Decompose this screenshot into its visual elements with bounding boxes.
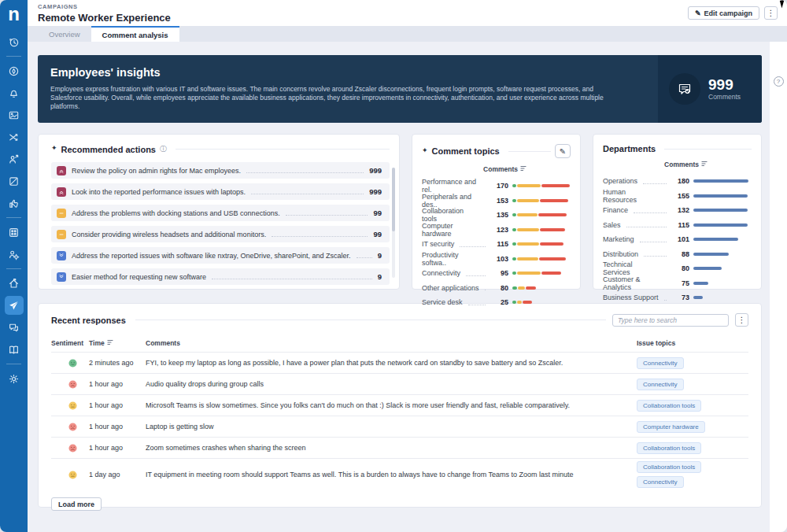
department-row[interactable]: Human Resources 155 — [603, 189, 752, 204]
integrations-icon[interactable] — [5, 127, 24, 146]
topic-bar — [512, 199, 571, 202]
sort-icon[interactable] — [701, 161, 708, 168]
insights-title: Employees' insights — [50, 66, 644, 79]
topic-bar — [512, 213, 571, 216]
response-row[interactable]: 1 hour ago Laptop is getting slow Comput… — [51, 416, 748, 437]
divider — [6, 56, 21, 57]
department-row[interactable]: Operations 180 — [603, 174, 752, 189]
recent-responses-card: Recent responses ⋮ Sentiment Time Commen… — [38, 303, 762, 508]
issue-topic-chip[interactable]: Connectivity — [637, 357, 684, 369]
insights-banner: Employees' insights Employees express fr… — [38, 55, 762, 123]
response-row[interactable]: 1 hour ago Microsoft Teams is slow somet… — [51, 394, 748, 416]
media-card-icon[interactable] — [5, 105, 24, 124]
recommended-action-item[interactable]: Address the problems with docking statio… — [51, 205, 390, 221]
issue-topic-chip[interactable]: Connectivity — [637, 476, 684, 488]
response-row[interactable]: 1 hour ago Audio quality drops during gr… — [51, 373, 748, 394]
user-settings-icon[interactable] — [5, 245, 24, 264]
settings-icon[interactable] — [5, 369, 24, 388]
action-value: 99 — [373, 209, 382, 217]
department-bar — [693, 224, 752, 227]
issue-topic-chip[interactable]: Collaboration tools — [637, 442, 701, 454]
scrollbar[interactable] — [392, 168, 395, 278]
pencil-icon: ✎ — [560, 147, 566, 156]
recommended-action-item[interactable]: Look into the reported performance issue… — [51, 183, 390, 200]
department-label: Sales — [603, 221, 621, 229]
department-row[interactable]: Business Support 73 — [603, 290, 752, 305]
recommended-action-item[interactable]: Easier method for requesting new softwar… — [51, 268, 390, 285]
comment-topics-card: ✦ Comment topics ✎ Comments Performance … — [412, 134, 581, 290]
issue-topic-chip[interactable]: Connectivity — [637, 379, 684, 390]
history-icon[interactable] — [5, 32, 24, 51]
response-row[interactable]: 1 hour ago Zoom sometimes crashes when s… — [51, 437, 748, 458]
department-row[interactable]: Finance 132 — [603, 203, 752, 218]
edit-topics-button[interactable]: ✎ — [555, 144, 571, 158]
response-row[interactable]: 1 day ago IT equipment in meeting room s… — [51, 458, 748, 490]
help-icon[interactable]: ? — [774, 76, 784, 87]
info-icon[interactable]: ⓘ — [160, 144, 167, 154]
topic-bar — [512, 228, 571, 231]
response-row[interactable]: 2 minutes ago FYI, to keep my laptop as … — [51, 352, 748, 373]
checkbox-icon[interactable] — [5, 172, 24, 190]
recommended-action-item[interactable]: Address the reported issues with softwar… — [51, 247, 390, 264]
topic-row[interactable]: Performance and rel. 170 — [422, 179, 571, 194]
load-more-button[interactable]: Load more — [51, 497, 102, 511]
compass-icon[interactable] — [5, 61, 24, 80]
topic-row[interactable]: Peripherals and des.. 153 — [422, 194, 571, 209]
recommended-action-item[interactable]: Consider providing wireless headsets and… — [51, 226, 390, 242]
dotted-leader — [246, 172, 364, 173]
issue-topic-chip[interactable]: Collaboration tools — [637, 461, 701, 473]
department-row[interactable]: Distribution 88 — [603, 247, 752, 262]
department-row[interactable]: Marketing 101 — [603, 232, 752, 247]
campaigns-icon[interactable] — [5, 296, 24, 315]
topic-label: Other applications — [422, 284, 479, 292]
topic-row[interactable]: Service desk 25 — [422, 295, 571, 310]
header-kebab-button[interactable]: ⋮ — [764, 6, 778, 20]
issue-topic-chip[interactable]: Collaboration tools — [637, 400, 701, 412]
search-input[interactable] — [612, 314, 729, 327]
response-time: 1 hour ago — [89, 380, 146, 388]
action-text: Look into the reported performance issue… — [72, 188, 246, 196]
home-icon[interactable] — [5, 274, 24, 293]
topic-row[interactable]: Collaboration tools 135 — [422, 208, 571, 223]
department-value: 101 — [672, 235, 689, 243]
sort-icon[interactable] — [520, 165, 527, 173]
comments-count-label: Comments — [708, 93, 741, 101]
issue-topic-chip[interactable]: Computer hardware — [637, 421, 705, 433]
recommended-actions-card: ✦ Recommended actions ⓘ Review the polic… — [38, 134, 400, 290]
responses-kebab-button[interactable]: ⋮ — [735, 313, 748, 327]
department-row[interactable]: Sales 115 — [603, 218, 752, 233]
topic-row[interactable]: Other applications 80 — [422, 281, 571, 296]
library-icon[interactable] — [5, 340, 24, 359]
divider — [664, 149, 752, 150]
sort-icon[interactable] — [107, 339, 113, 347]
department-row[interactable]: Customer & Analytics 75 — [603, 276, 752, 291]
tab-overview[interactable]: Overview — [38, 26, 91, 42]
chat-icon[interactable] — [5, 318, 24, 337]
tab-comment-analysis[interactable]: Comment analysis — [91, 26, 179, 42]
bell-icon[interactable] — [5, 83, 24, 102]
user-invite-icon[interactable] — [5, 150, 24, 168]
department-bar — [693, 238, 752, 241]
pencil-icon: ✎ — [695, 9, 701, 17]
topic-row[interactable]: Computer hardware 123 — [422, 223, 571, 238]
sparkle-icon: ✦ — [51, 145, 57, 152]
recommended-action-item[interactable]: Review the policy on admin rights for Ma… — [51, 162, 390, 179]
edit-campaign-button[interactable]: ✎ Edit campaign — [688, 6, 759, 20]
feedback-icon[interactable] — [5, 194, 24, 212]
dotted-leader — [357, 257, 372, 258]
grid-icon[interactable] — [5, 223, 24, 242]
topic-row[interactable]: Productivity softwa.. 103 — [422, 252, 571, 267]
department-row[interactable]: Technical Services 80 — [603, 261, 752, 276]
topic-row[interactable]: Connectivity 95 — [422, 266, 571, 281]
topic-label: Computer hardware — [422, 222, 480, 238]
topic-row[interactable]: IT security 115 — [422, 237, 571, 252]
load-more-label: Load more — [58, 501, 94, 508]
action-text: Easier method for requesting new softwar… — [72, 273, 206, 281]
topic-label: Connectivity — [422, 269, 460, 277]
priority-medium-icon — [57, 209, 66, 218]
scrollbar-thumb[interactable] — [392, 168, 395, 231]
mouse-cursor — [780, 0, 786, 9]
topic-label: IT security — [422, 240, 454, 248]
topic-bar — [512, 184, 571, 187]
responses-table: Sentiment Time Comments Issue topics 2 m… — [51, 334, 748, 490]
